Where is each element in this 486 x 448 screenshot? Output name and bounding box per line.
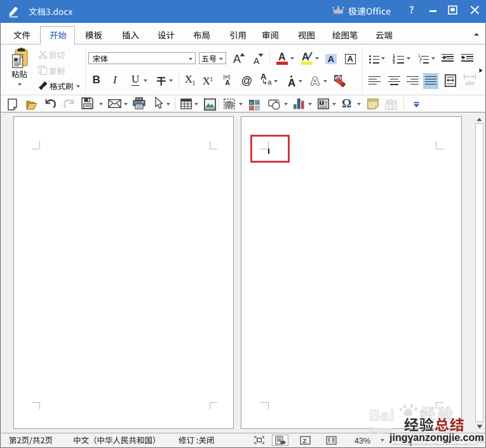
svg-text:T: T	[320, 100, 323, 105]
svg-text:123: 123	[387, 104, 396, 110]
svg-text:abc: abc	[465, 80, 475, 86]
svg-text:abc: abc	[386, 98, 398, 105]
svg-text:Z: Z	[303, 437, 307, 444]
